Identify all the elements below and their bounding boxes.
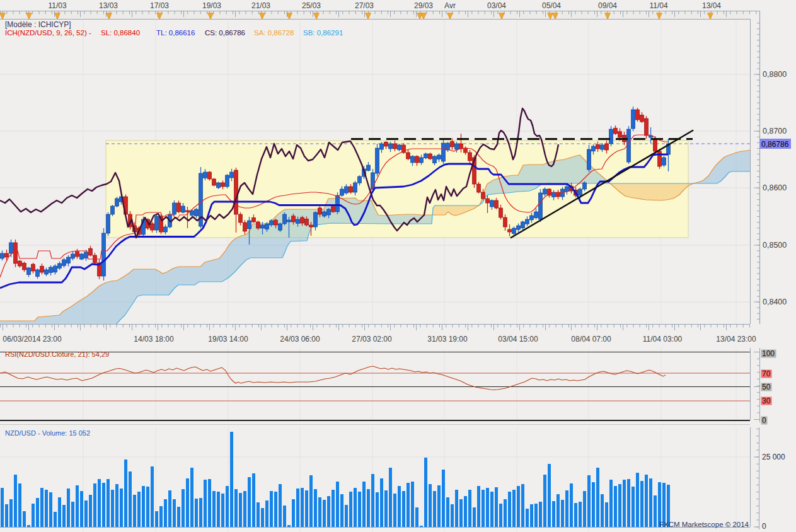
svg-text:SL: 0,86840: SL: 0,86840 (101, 29, 140, 37)
svg-text:25 000: 25 000 (762, 453, 785, 461)
svg-text:21/03: 21/03 (251, 1, 270, 10)
svg-text:0,8700: 0,8700 (763, 127, 787, 136)
svg-text:0,8600: 0,8600 (763, 183, 787, 192)
svg-text:ICH(NZD/USD, 9, 26, 52) -: ICH(NZD/USD, 9, 26, 52) - (5, 29, 91, 37)
svg-text:TL: 0,86616: TL: 0,86616 (156, 29, 195, 37)
svg-text:SA: 0,86728: SA: 0,86728 (254, 29, 294, 37)
svg-text:70: 70 (762, 369, 771, 378)
svg-text:Avr: Avr (444, 1, 456, 10)
svg-text:0,8800: 0,8800 (763, 70, 787, 79)
svg-text:31/03 19:00: 31/03 19:00 (427, 335, 468, 344)
svg-text:29/03: 29/03 (414, 1, 433, 10)
svg-text:0: 0 (762, 416, 766, 425)
svg-text:0,86786: 0,86786 (761, 140, 789, 149)
svg-text:0,8400: 0,8400 (763, 298, 787, 306)
svg-text:11/03: 11/03 (48, 1, 66, 10)
svg-text:13/03: 13/03 (99, 1, 118, 10)
svg-text:11/04 03:00: 11/04 03:00 (643, 335, 683, 344)
svg-text:0,8500: 0,8500 (763, 241, 787, 250)
svg-text:NZD/USD - Volume: 15 052: NZD/USD - Volume: 15 052 (5, 429, 90, 437)
svg-text:100: 100 (762, 349, 775, 358)
svg-text:11/04: 11/04 (649, 1, 667, 10)
svg-text:08/04 07:00: 08/04 07:00 (571, 335, 611, 344)
svg-text:[Modèle : ICHICYP]: [Modèle : ICHICYP] (5, 20, 71, 29)
svg-text:RSI(NZD/USD.Cloture, 21): 54,2: RSI(NZD/USD.Cloture, 21): 54,29 (5, 350, 109, 358)
svg-text:SB: 0,86291: SB: 0,86291 (303, 29, 343, 37)
svg-text:27/03: 27/03 (355, 1, 374, 10)
svg-text:03/04 15:00: 03/04 15:00 (498, 335, 538, 344)
svg-text:25/03: 25/03 (302, 1, 321, 10)
svg-text:0: 0 (762, 522, 766, 531)
svg-text:24/03 06:00: 24/03 06:00 (280, 335, 320, 344)
svg-text:13/04: 13/04 (702, 1, 721, 10)
svg-text:09/04: 09/04 (598, 1, 617, 10)
svg-text:50: 50 (762, 383, 771, 391)
svg-text:CS: 0,86786: CS: 0,86786 (205, 29, 245, 37)
svg-text:27/03 02:00: 27/03 02:00 (352, 335, 392, 344)
svg-text:19/03 14:00: 19/03 14:00 (208, 335, 248, 344)
svg-text:05/04: 05/04 (542, 1, 561, 10)
svg-text:17/03: 17/03 (150, 1, 169, 10)
svg-text:14/03 18:00: 14/03 18:00 (134, 335, 174, 344)
svg-text:19/03: 19/03 (202, 1, 221, 10)
svg-text:03/04: 03/04 (487, 1, 506, 10)
svg-text:06/03/2014 23:00: 06/03/2014 23:00 (3, 335, 62, 344)
svg-text:FXCM Marketscope © 2014: FXCM Marketscope © 2014 (659, 521, 749, 528)
svg-text:13/04 23:00: 13/04 23:00 (716, 335, 756, 344)
svg-text:30: 30 (762, 396, 771, 405)
